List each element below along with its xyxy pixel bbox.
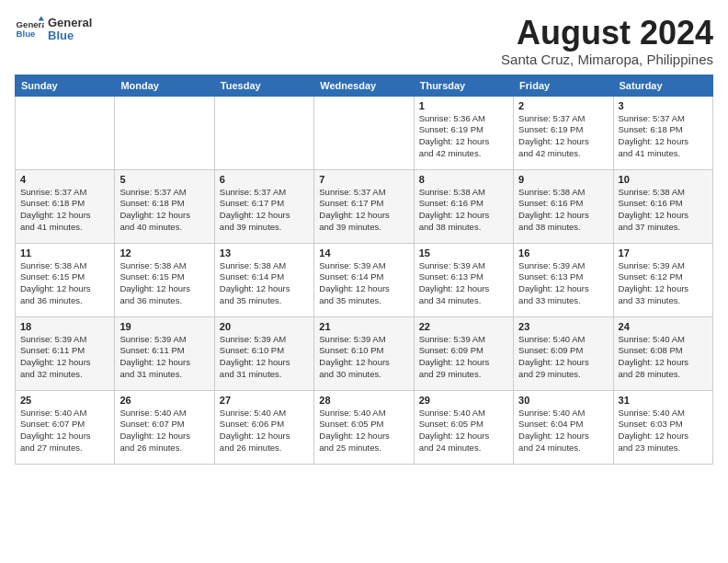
- day-cell-14: 14Sunrise: 5:39 AMSunset: 6:14 PMDayligh…: [314, 243, 414, 316]
- day-cell-8: 8Sunrise: 5:38 AMSunset: 6:16 PMDaylight…: [414, 169, 513, 243]
- day-number: 1: [419, 100, 508, 111]
- day-number: 26: [119, 395, 209, 406]
- week-row-5: 25Sunrise: 5:40 AMSunset: 6:07 PMDayligh…: [16, 390, 713, 464]
- day-info: Sunrise: 5:36 AMSunset: 6:19 PMDaylight:…: [419, 113, 508, 160]
- day-info: Sunrise: 5:38 AMSunset: 6:16 PMDaylight:…: [419, 187, 508, 234]
- header-day-saturday: Saturday: [613, 75, 712, 96]
- day-info: Sunrise: 5:38 AMSunset: 6:15 PMDaylight:…: [119, 260, 209, 307]
- day-number: 8: [419, 174, 508, 185]
- header-day-sunday: Sunday: [16, 75, 115, 96]
- logo-icon: General Blue: [15, 15, 44, 44]
- day-cell-30: 30Sunrise: 5:40 AMSunset: 6:04 PMDayligh…: [514, 390, 613, 464]
- day-info: Sunrise: 5:38 AMSunset: 6:16 PMDaylight:…: [619, 187, 708, 234]
- day-cell-29: 29Sunrise: 5:40 AMSunset: 6:05 PMDayligh…: [414, 390, 513, 464]
- day-info: Sunrise: 5:38 AMSunset: 6:14 PMDaylight:…: [220, 260, 309, 307]
- day-number: 10: [619, 174, 708, 185]
- day-number: 21: [319, 321, 408, 332]
- day-cell-6: 6Sunrise: 5:37 AMSunset: 6:17 PMDaylight…: [214, 169, 313, 243]
- day-number: 6: [220, 174, 309, 185]
- day-cell-22: 22Sunrise: 5:39 AMSunset: 6:09 PMDayligh…: [414, 316, 513, 390]
- day-info: Sunrise: 5:37 AMSunset: 6:17 PMDaylight:…: [319, 187, 408, 234]
- day-cell-27: 27Sunrise: 5:40 AMSunset: 6:06 PMDayligh…: [214, 390, 313, 464]
- day-info: Sunrise: 5:37 AMSunset: 6:18 PMDaylight:…: [619, 113, 708, 160]
- day-number: 12: [119, 247, 209, 259]
- day-number: 30: [518, 395, 608, 406]
- day-cell-21: 21Sunrise: 5:39 AMSunset: 6:10 PMDayligh…: [314, 316, 414, 390]
- day-number: 3: [619, 100, 708, 111]
- header-day-wednesday: Wednesday: [314, 75, 414, 96]
- day-cell-10: 10Sunrise: 5:38 AMSunset: 6:16 PMDayligh…: [613, 169, 712, 243]
- day-number: 28: [319, 395, 408, 406]
- day-number: 16: [518, 247, 608, 259]
- day-number: 31: [619, 395, 708, 406]
- day-cell-4: 4Sunrise: 5:37 AMSunset: 6:18 PMDaylight…: [16, 169, 115, 243]
- header-day-monday: Monday: [115, 75, 214, 96]
- day-info: Sunrise: 5:39 AMSunset: 6:11 PMDaylight:…: [119, 334, 209, 381]
- day-cell-20: 20Sunrise: 5:39 AMSunset: 6:10 PMDayligh…: [214, 316, 313, 390]
- day-info: Sunrise: 5:39 AMSunset: 6:12 PMDaylight:…: [619, 260, 708, 307]
- week-row-2: 4Sunrise: 5:37 AMSunset: 6:18 PMDaylight…: [16, 169, 713, 243]
- header-day-friday: Friday: [514, 75, 613, 96]
- day-info: Sunrise: 5:39 AMSunset: 6:13 PMDaylight:…: [518, 260, 608, 307]
- day-cell-15: 15Sunrise: 5:39 AMSunset: 6:13 PMDayligh…: [414, 243, 513, 316]
- day-info: Sunrise: 5:37 AMSunset: 6:18 PMDaylight:…: [20, 187, 109, 234]
- day-cell-12: 12Sunrise: 5:38 AMSunset: 6:15 PMDayligh…: [115, 243, 214, 316]
- week-row-1: 1Sunrise: 5:36 AMSunset: 6:19 PMDaylight…: [16, 96, 713, 169]
- calendar-body: 1Sunrise: 5:36 AMSunset: 6:19 PMDaylight…: [16, 96, 713, 464]
- day-cell-18: 18Sunrise: 5:39 AMSunset: 6:11 PMDayligh…: [16, 316, 115, 390]
- day-info: Sunrise: 5:40 AMSunset: 6:07 PMDaylight:…: [119, 408, 209, 454]
- page-header: General Blue General Blue August 2024 Sa…: [15, 15, 713, 67]
- week-row-4: 18Sunrise: 5:39 AMSunset: 6:11 PMDayligh…: [16, 316, 713, 390]
- header-row: SundayMondayTuesdayWednesdayThursdayFrid…: [16, 75, 713, 96]
- day-info: Sunrise: 5:40 AMSunset: 6:06 PMDaylight:…: [220, 408, 309, 454]
- day-info: Sunrise: 5:37 AMSunset: 6:17 PMDaylight:…: [220, 187, 309, 234]
- day-number: 11: [20, 247, 109, 259]
- day-cell-16: 16Sunrise: 5:39 AMSunset: 6:13 PMDayligh…: [514, 243, 613, 316]
- logo-blue: Blue: [48, 29, 92, 42]
- day-info: Sunrise: 5:40 AMSunset: 6:07 PMDaylight:…: [20, 408, 109, 454]
- day-cell-25: 25Sunrise: 5:40 AMSunset: 6:07 PMDayligh…: [16, 390, 115, 464]
- day-number: 29: [419, 395, 508, 406]
- day-info: Sunrise: 5:38 AMSunset: 6:15 PMDaylight:…: [20, 260, 109, 307]
- day-cell-1: 1Sunrise: 5:36 AMSunset: 6:19 PMDaylight…: [414, 96, 513, 169]
- day-number: 24: [619, 321, 708, 332]
- day-info: Sunrise: 5:39 AMSunset: 6:11 PMDaylight:…: [20, 334, 109, 381]
- day-number: 13: [220, 247, 309, 259]
- week-row-3: 11Sunrise: 5:38 AMSunset: 6:15 PMDayligh…: [16, 243, 713, 316]
- day-info: Sunrise: 5:38 AMSunset: 6:16 PMDaylight:…: [518, 187, 608, 234]
- day-number: 4: [20, 174, 109, 185]
- day-cell-3: 3Sunrise: 5:37 AMSunset: 6:18 PMDaylight…: [613, 96, 712, 169]
- day-cell-empty: [115, 96, 214, 169]
- day-cell-9: 9Sunrise: 5:38 AMSunset: 6:16 PMDaylight…: [514, 169, 613, 243]
- day-cell-2: 2Sunrise: 5:37 AMSunset: 6:19 PMDaylight…: [514, 96, 613, 169]
- day-cell-empty: [314, 96, 414, 169]
- day-info: Sunrise: 5:39 AMSunset: 6:10 PMDaylight:…: [319, 334, 408, 381]
- day-cell-19: 19Sunrise: 5:39 AMSunset: 6:11 PMDayligh…: [115, 316, 214, 390]
- day-cell-31: 31Sunrise: 5:40 AMSunset: 6:03 PMDayligh…: [613, 390, 712, 464]
- day-info: Sunrise: 5:40 AMSunset: 6:05 PMDaylight:…: [419, 408, 508, 454]
- location-subtitle: Santa Cruz, Mimaropa, Philippines: [501, 52, 713, 67]
- day-number: 9: [518, 174, 608, 185]
- day-info: Sunrise: 5:40 AMSunset: 6:04 PMDaylight:…: [518, 408, 608, 454]
- day-number: 19: [119, 321, 209, 332]
- day-number: 22: [419, 321, 508, 332]
- day-number: 5: [119, 174, 209, 185]
- month-year-title: August 2024: [501, 15, 713, 52]
- day-cell-23: 23Sunrise: 5:40 AMSunset: 6:09 PMDayligh…: [514, 316, 613, 390]
- svg-marker-2: [39, 17, 44, 21]
- day-number: 14: [319, 247, 408, 259]
- day-info: Sunrise: 5:40 AMSunset: 6:03 PMDaylight:…: [619, 408, 708, 454]
- day-cell-empty: [214, 96, 313, 169]
- logo-general: General: [48, 17, 92, 29]
- day-info: Sunrise: 5:37 AMSunset: 6:18 PMDaylight:…: [119, 187, 209, 234]
- day-number: 7: [319, 174, 408, 185]
- day-info: Sunrise: 5:40 AMSunset: 6:09 PMDaylight:…: [518, 334, 608, 381]
- day-number: 2: [518, 100, 608, 111]
- day-number: 17: [619, 247, 708, 259]
- day-cell-24: 24Sunrise: 5:40 AMSunset: 6:08 PMDayligh…: [613, 316, 712, 390]
- day-cell-7: 7Sunrise: 5:37 AMSunset: 6:17 PMDaylight…: [314, 169, 414, 243]
- logo: General Blue General Blue: [15, 15, 92, 44]
- calendar-header: SundayMondayTuesdayWednesdayThursdayFrid…: [16, 75, 713, 96]
- day-info: Sunrise: 5:40 AMSunset: 6:05 PMDaylight:…: [319, 408, 408, 454]
- day-cell-13: 13Sunrise: 5:38 AMSunset: 6:14 PMDayligh…: [214, 243, 313, 316]
